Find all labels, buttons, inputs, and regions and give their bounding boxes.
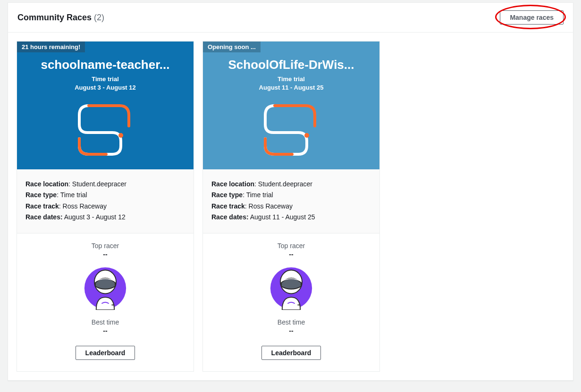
svg-point-0 [118,133,123,138]
race-hero: Opening soon ... SchoolOfLife-DrWis... T… [203,42,379,169]
best-time-label: Best time [203,318,379,326]
page-title: Community Races (2) [17,13,104,23]
label-track: Race track [25,202,59,210]
race-stats: Top racer -- Best time -- Leaderboard [17,234,194,371]
label-dates: Race dates: [25,213,63,221]
community-races-panel: Community Races (2) Manage races 21 hour… [8,2,573,381]
race-subtitle-line2: August 3 - August 12 [17,83,194,92]
title-count: (2) [94,13,104,22]
top-racer-label: Top racer [17,242,194,250]
title-text: Community Races [17,13,92,22]
value-type: Time trial [246,191,273,199]
race-details: Race location: Student.deepracer Race ty… [203,169,379,233]
panel-header: Community Races (2) Manage races [8,3,573,33]
best-time-value: -- [203,327,379,334]
label-type: Race type [211,191,243,199]
race-title: schoolname-teacher... [23,58,188,72]
label-location: Race location [211,180,254,188]
svg-point-4 [304,133,309,138]
label-type: Race type [25,191,57,199]
value-track: Ross Raceway [249,202,293,210]
value-type: Time trial [60,191,87,199]
race-title: SchoolOfLife-DrWis... [209,58,374,72]
race-subtitle-line1: Time trial [203,75,379,83]
best-time-value: -- [17,327,194,334]
label-dates: Race dates: [211,213,249,221]
label-track: Race track [211,202,245,210]
race-cards-container: 21 hours remaining! schoolname-teacher..… [8,33,573,380]
race-subtitle-line1: Time trial [17,75,194,83]
leaderboard-button[interactable]: Leaderboard [76,346,135,360]
race-hero: 21 hours remaining! schoolname-teacher..… [17,42,194,169]
race-card: Opening soon ... SchoolOfLife-DrWis... T… [202,41,380,372]
race-card: 21 hours remaining! schoolname-teacher..… [17,41,194,372]
top-racer-value: -- [17,250,194,258]
race-subtitle-line2: August 11 - August 25 [203,83,379,92]
racer-avatar-icon [203,265,379,312]
manage-races-button[interactable]: Manage races [500,10,564,25]
track-icon [72,99,138,160]
value-dates: August 3 - August 12 [64,213,126,221]
top-racer-label: Top racer [203,242,379,250]
label-location: Race location [25,180,68,188]
value-location: Student.deepracer [72,180,126,188]
race-details: Race location: Student.deepracer Race ty… [17,169,194,233]
best-time-label: Best time [17,318,194,326]
value-location: Student.deepracer [258,180,312,188]
value-track: Ross Raceway [63,202,107,210]
track-icon [258,99,324,160]
top-racer-value: -- [203,250,379,258]
leaderboard-button[interactable]: Leaderboard [261,346,321,360]
status-badge: Opening soon ... [203,42,261,52]
value-dates: August 11 - August 25 [250,213,315,221]
racer-avatar-icon [17,265,194,312]
status-badge: 21 hours remaining! [17,42,85,52]
race-stats: Top racer -- Best time -- Leaderboard [203,234,379,371]
